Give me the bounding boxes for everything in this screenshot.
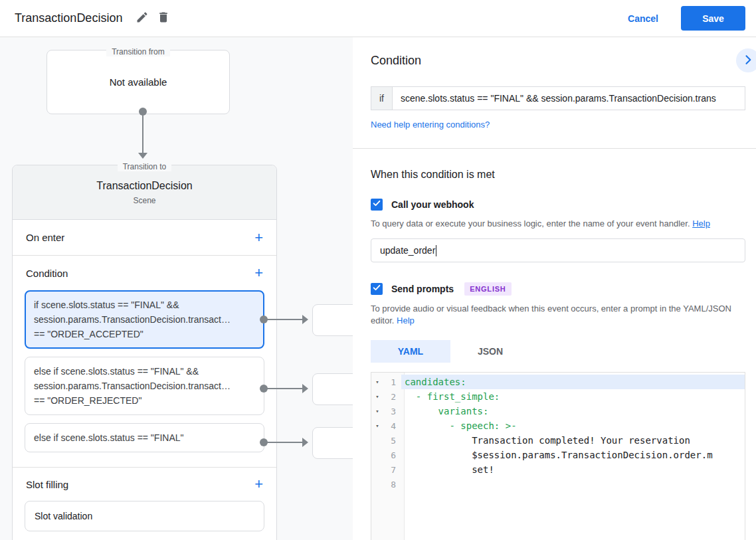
cancel-button[interactable]: Cancel — [628, 13, 658, 24]
condition-line: == "ORDER_ACCEPTED" — [34, 327, 255, 341]
condition-line: == "ORDER_REJECTED" — [34, 393, 255, 408]
yaml-code-editor[interactable]: ▾ 1 candidates: ▾ 2 - first_simple: ▾ 3 … — [371, 372, 745, 540]
arrow-right-icon — [302, 384, 308, 393]
code-text: set! — [401, 462, 745, 477]
condition-connector-1 — [264, 315, 310, 323]
transition-to-box: Transition to TransactionDecision Scene … — [12, 165, 277, 540]
arrow-right-icon — [302, 438, 308, 447]
flow-arrow-down — [139, 108, 147, 159]
line-number: 6 — [383, 450, 401, 460]
code-line: 7 set! — [371, 462, 745, 477]
line-number: 8 — [383, 480, 401, 490]
top-bar: TransactionDecision Cancel Save — [0, 0, 756, 37]
arrow-right-icon — [302, 315, 308, 324]
code-text: $session.params.TransactionDecision.orde… — [401, 448, 745, 462]
conditions-help-link[interactable]: Need help entering conditions? — [371, 120, 490, 130]
condition-line: else if scene.slots.status == "FINAL" — [34, 430, 255, 445]
fold-toggle-icon[interactable]: ▾ — [371, 393, 383, 400]
webhook-checkbox-label: Call your webhook — [391, 199, 474, 210]
checkmark-icon — [372, 199, 381, 211]
panel-condition-heading: Condition — [371, 54, 745, 68]
transition-to-legend: Transition to — [13, 160, 276, 172]
condition-card-rejected[interactable]: else if scene.slots.status == "FINAL" &&… — [25, 357, 264, 415]
condition-section: Condition + if scene.slots.status == "FI… — [13, 256, 276, 468]
if-prefix-label: if — [371, 86, 393, 110]
on-enter-row: On enter + — [13, 220, 276, 256]
chevron-right-icon — [741, 53, 755, 68]
code-line: 5 Transaction completed! Your reservatio… — [371, 433, 745, 448]
webhook-handler-input[interactable]: update_order — [371, 238, 745, 262]
condition-card-accepted[interactable]: if scene.slots.status == "FINAL" && sess… — [25, 290, 264, 349]
prompts-description-text: To provide audio or visual feedback when… — [371, 304, 731, 325]
scene-name: TransactionDecision — [96, 180, 192, 192]
editor-format-tabs: YAML JSON — [371, 340, 745, 363]
condition-line: session.params.TransactionDecision.trans… — [34, 312, 255, 327]
code-line: ▾ 1 candidates: — [371, 375, 745, 389]
scene-type-label: Scene — [133, 196, 155, 205]
add-slot-button[interactable]: + — [254, 477, 263, 492]
transition-from-box: Transition from Not available — [47, 50, 230, 114]
condition-line: session.params.TransactionDecision.trans… — [34, 379, 255, 393]
pencil-icon — [136, 11, 149, 26]
text-cursor — [436, 245, 436, 256]
fold-toggle-icon[interactable]: ▾ — [371, 379, 383, 385]
send-prompts-checkbox[interactable] — [371, 283, 383, 295]
tab-yaml[interactable]: YAML — [371, 340, 450, 363]
webhook-description: To query data or execute your business l… — [371, 218, 745, 230]
webhook-checkbox[interactable] — [371, 199, 383, 211]
webhook-description-text: To query data or execute your business l… — [371, 219, 690, 228]
tab-json[interactable]: JSON — [450, 340, 530, 363]
checkmark-icon — [372, 283, 381, 295]
line-number: 7 — [383, 465, 401, 475]
code-line: 8 — [371, 477, 745, 492]
section-divider — [353, 148, 756, 149]
save-button[interactable]: Save — [681, 6, 745, 31]
transition-from-legend: Transition from — [47, 45, 229, 57]
add-condition-button[interactable]: + — [254, 266, 263, 280]
code-text: - speech: >- — [401, 418, 745, 433]
delete-scene-button[interactable] — [153, 8, 174, 29]
trash-icon — [157, 11, 170, 26]
add-on-enter-button[interactable]: + — [254, 230, 263, 245]
condition-expression-group: if — [371, 86, 745, 110]
condition-expression-input[interactable] — [393, 86, 745, 110]
prompts-help-link[interactable]: Help — [397, 315, 415, 325]
condition-detail-panel: Condition if Need help entering conditio… — [353, 37, 756, 540]
condition-line: else if scene.slots.status == "FINAL" && — [34, 364, 255, 379]
code-line: ▾ 4 - speech: >- — [371, 418, 745, 433]
condition-line: if scene.slots.status == "FINAL" && — [34, 298, 255, 312]
line-number: 3 — [383, 406, 401, 416]
code-text: variants: — [401, 404, 745, 418]
transition-from-content: Not available — [110, 76, 167, 88]
scene-card-header: TransactionDecision Scene — [13, 165, 276, 220]
slot-filling-section: Slot filling + Slot validation — [13, 468, 276, 538]
code-line: 6 $session.params.TransactionDecision.or… — [371, 448, 745, 462]
code-text: Transaction completed! Your reservation — [401, 433, 745, 448]
connector-line — [142, 113, 143, 153]
webhook-handler-value: update_order — [380, 245, 435, 256]
prompts-description: To provide audio or visual feedback when… — [371, 303, 745, 327]
code-line: ▾ 2 - first_simple: — [371, 389, 745, 404]
scene-flow-panel: Transition from Not available Transition… — [0, 37, 353, 540]
when-met-heading: When this condition is met — [371, 169, 745, 181]
line-number: 1 — [383, 377, 401, 387]
line-number: 2 — [383, 392, 401, 402]
slot-validation-card[interactable]: Slot validation — [25, 501, 264, 531]
condition-connector-3 — [264, 438, 310, 446]
connector-line — [264, 442, 302, 443]
code-line: ▾ 3 variants: — [371, 404, 745, 418]
webhook-help-link[interactable]: Help — [692, 219, 710, 228]
fold-toggle-icon[interactable]: ▾ — [371, 422, 383, 429]
condition-card-final[interactable]: else if scene.slots.status == "FINAL" — [25, 423, 264, 452]
send-prompts-label: Send prompts — [391, 284, 454, 294]
fold-toggle-icon[interactable]: ▾ — [371, 408, 383, 414]
connector-line — [264, 319, 302, 320]
collapse-panel-button[interactable] — [736, 48, 756, 72]
edit-title-button[interactable] — [132, 8, 153, 29]
on-enter-label: On enter — [26, 232, 64, 243]
code-text: - first_simple: — [401, 389, 745, 404]
page-title: TransactionDecision — [15, 11, 122, 25]
connector-line — [264, 388, 302, 389]
arrow-down-icon — [138, 153, 147, 159]
condition-connector-2 — [264, 385, 310, 393]
